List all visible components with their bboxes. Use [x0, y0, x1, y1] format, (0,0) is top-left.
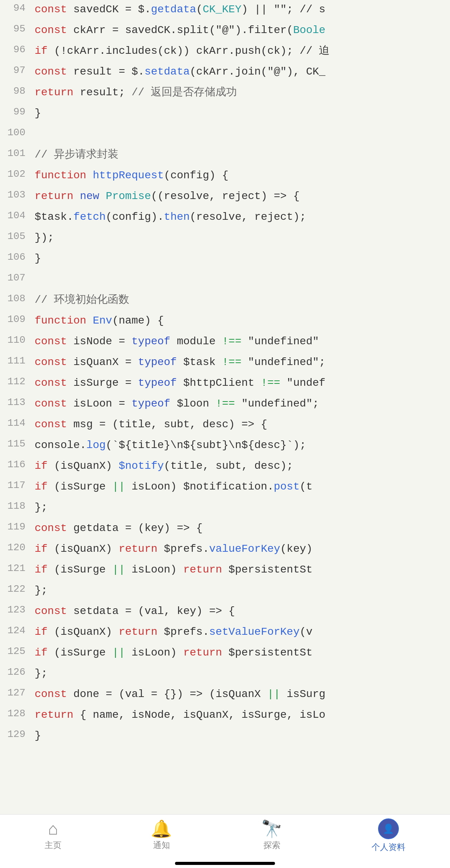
- token: }: [35, 252, 41, 264]
- token: result;: [73, 86, 132, 98]
- token: if: [35, 481, 48, 493]
- token: { name, isNode, isQuanX, isSurge, isLo: [73, 709, 325, 721]
- line-content: };: [35, 666, 450, 682]
- token: };: [35, 667, 48, 679]
- line-number: 96: [0, 43, 35, 55]
- token: savedCK = $.: [67, 3, 151, 15]
- line-content: const isNode = typeof module !== "undefi…: [35, 334, 450, 350]
- code-line: 110 const isNode = typeof module !== "un…: [0, 332, 450, 353]
- line-number: 106: [0, 251, 35, 263]
- line-content: if (!ckArr.includes(ck)) ckArr.push(ck);…: [35, 43, 450, 59]
- code-line: 124 if (isQuanX) return $prefs.setValueF…: [0, 622, 450, 643]
- code-line: 126 };: [0, 664, 450, 685]
- code-line: 99 }: [0, 104, 450, 124]
- line-content: }: [35, 728, 450, 744]
- line-number: 122: [0, 583, 35, 595]
- token: Boole: [293, 24, 325, 36]
- line-number: 108: [0, 292, 35, 304]
- code-line: 114 const msg = (title, subt, desc) => {: [0, 415, 450, 436]
- token: const: [35, 688, 67, 700]
- token: (isQuanX): [48, 543, 119, 555]
- code-line: 98 return result; // 返回是否存储成功: [0, 83, 450, 104]
- token: (title, subt, desc);: [164, 460, 293, 472]
- line-number: 101: [0, 147, 35, 159]
- token: ||: [112, 647, 125, 659]
- token: (ckArr.join("@"), CK_: [190, 66, 325, 78]
- token: !==: [216, 398, 235, 410]
- token: };: [35, 501, 48, 513]
- token: $task.: [35, 211, 73, 223]
- line-number: 127: [0, 686, 35, 699]
- token: (v: [300, 626, 313, 638]
- token: (isSurge: [48, 481, 112, 493]
- code-line: 129 }: [0, 726, 450, 747]
- token: "undefined": [242, 335, 319, 347]
- token: getdata: [151, 3, 196, 15]
- line-content: });: [35, 230, 450, 246]
- code-line: 127 const done = (val = {}) => (isQuanX …: [0, 685, 450, 705]
- line-content: $task.fetch(config).then(resolve, reject…: [35, 209, 450, 225]
- line-number: 121: [0, 562, 35, 574]
- line-number: 95: [0, 22, 35, 35]
- line-content: const result = $.setdata(ckArr.join("@")…: [35, 64, 450, 80]
- token: return: [35, 709, 73, 721]
- line-content: function Env(name) {: [35, 313, 450, 329]
- token: const: [35, 356, 67, 368]
- line-content: if (isSurge || isLoon) return $persisten…: [35, 645, 450, 661]
- token: isLoon) $notification.: [125, 481, 273, 493]
- line-number: 123: [0, 603, 35, 616]
- line-content: const isSurge = typeof $httpClient !== "…: [35, 375, 450, 391]
- token: isSurge =: [67, 377, 138, 389]
- line-content: [35, 271, 450, 287]
- token: ckArr = savedCK.split("@").filter(: [67, 24, 293, 36]
- token: const: [35, 66, 67, 78]
- token: (`${title}\n${subt}\n${desc}`);: [106, 439, 306, 451]
- token: (isQuanX): [48, 460, 119, 472]
- token: isLoon =: [67, 398, 132, 410]
- code-line: 102 function httpRequest(config) {: [0, 166, 450, 187]
- line-content: const isQuanX = typeof $task !== "undefi…: [35, 354, 450, 370]
- token: (config).: [106, 211, 164, 223]
- code-line: 108 // 环境初始化函数: [0, 290, 450, 311]
- token: msg = (title, subt, desc) => {: [67, 418, 267, 430]
- token: return: [118, 626, 157, 638]
- line-number: 118: [0, 500, 35, 512]
- line-number: 109: [0, 313, 35, 325]
- code-line: 115 console.log(`${title}\n${subt}\n${de…: [0, 436, 450, 456]
- token: isQuanX =: [67, 356, 138, 368]
- line-content: return { name, isNode, isQuanX, isSurge,…: [35, 707, 450, 723]
- line-content: const isLoon = typeof $loon !== "undefin…: [35, 396, 450, 412]
- token: const: [35, 398, 67, 410]
- token: (name) {: [112, 315, 164, 327]
- token: (isSurge: [48, 564, 112, 576]
- token: if: [35, 543, 48, 555]
- line-number: 104: [0, 209, 35, 221]
- line-content: // 异步请求封装: [35, 147, 450, 163]
- line-content: const ckArr = savedCK.split("@").filter(…: [35, 22, 450, 38]
- code-line: 125 if (isSurge || isLoon) return $persi…: [0, 643, 450, 664]
- token: ||: [267, 688, 280, 700]
- token: $prefs.: [157, 543, 209, 555]
- token: !==: [261, 377, 280, 389]
- line-content: const savedCK = $.getdata(CK_KEY) || "";…: [35, 2, 450, 18]
- line-number: 129: [0, 728, 35, 740]
- line-number: 112: [0, 375, 35, 387]
- line-number: 105: [0, 230, 35, 242]
- line-number: 103: [0, 188, 35, 201]
- line-number: 114: [0, 417, 35, 429]
- token: (resolve, reject);: [190, 211, 306, 223]
- token: $prefs.: [157, 626, 209, 638]
- token: ||: [112, 481, 125, 493]
- code-line: 107: [0, 270, 450, 290]
- token: ||: [112, 564, 125, 576]
- token: const: [35, 3, 67, 15]
- code-line: 101 // 异步请求封装: [0, 145, 450, 166]
- line-number: 120: [0, 541, 35, 553]
- token: const: [35, 335, 67, 347]
- token: // 返回是否存储成功: [132, 86, 237, 98]
- token: const: [35, 522, 67, 534]
- token: post: [274, 481, 300, 493]
- token: valueForKey: [209, 543, 280, 555]
- code-line: 112 const isSurge = typeof $httpClient !…: [0, 373, 450, 394]
- code-line: 117 if (isSurge || isLoon) $notification…: [0, 477, 450, 498]
